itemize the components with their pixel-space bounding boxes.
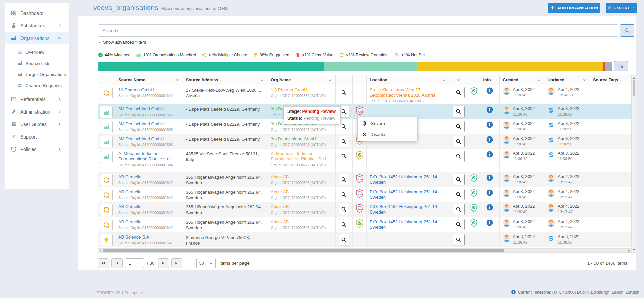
column-header-tags[interactable]: Source Tags [590,75,631,85]
table-row[interactable]: AB CernelleSource Org Id: A1600000000C84… [98,202,631,217]
location-link[interactable]: P.O. Box 1452 Helsingborg 251 14 Sweden [370,189,446,200]
location-link[interactable]: P.O. Box 1452 Helsingborg 251 14 Sweden [370,204,446,215]
location-mapping-shield-icon[interactable] [470,219,478,227]
horizontal-scroll-thumb[interactable] [103,249,504,252]
menu-item-govern[interactable]: Govern [358,118,417,129]
org-search-button[interactable] [339,204,349,215]
scroll-down-arrow[interactable] [632,248,636,252]
info-icon[interactable] [486,87,493,94]
sidebar-item-user-guides[interactable]: User Guides [5,118,69,130]
column-header-search1[interactable] [336,75,353,85]
table-row[interactable]: AB CernelleSource Org Id: A1600000000C84… [98,172,631,187]
source-name-link[interactable]: 1A Pharma GmbH. [118,87,155,93]
column-header-location[interactable]: Location [367,75,449,85]
org-name-link[interactable]: 1 A Pharma GmbH [271,87,307,93]
column-header-shield2[interactable] [468,75,480,85]
first-page-button[interactable] [98,258,109,268]
org-mapping-shield-icon[interactable] [355,204,364,213]
column-header-search2[interactable] [449,75,468,85]
sort-chevron-icon[interactable] [328,78,332,82]
factory-status-button[interactable] [100,121,113,133]
location-search-button[interactable] [453,136,465,147]
org-mapping-shield-icon[interactable] [355,174,364,183]
sidebar-item-change-requests[interactable]: Change Requests [5,80,69,91]
items-per-page-select[interactable]: 50 [196,258,216,268]
sort-chevron-icon[interactable] [582,78,587,82]
next-page-button[interactable] [158,258,169,268]
sidebar-item-referentials[interactable]: Referentials [5,93,69,105]
info-icon[interactable] [486,151,493,158]
column-header-status[interactable] [98,75,115,85]
source-name-link[interactable]: AB Cernelle [118,189,141,195]
info-icon[interactable] [486,219,493,226]
location-link[interactable]: P.O. Box 1452 Helsingborg 251 14 Sweden [370,219,446,230]
bulb-status-button[interactable] [100,234,113,246]
menu-item-disable[interactable]: Disable [358,129,417,140]
info-icon[interactable] [486,106,493,114]
org-name-link[interactable]: Abcur AB [271,204,289,209]
column-header-created[interactable]: Created [500,75,545,85]
source-name-link[interactable]: 3M Deutschland GmbH [118,121,164,127]
sort-chevron-icon[interactable] [537,78,541,82]
sidebar-item-dashboard[interactable]: Dashboard [5,7,69,19]
column-header-updated[interactable]: Updated [544,75,590,85]
sidebar-item-administration[interactable]: Administration [5,105,69,118]
info-icon[interactable] [486,121,493,128]
scroll-right-arrow[interactable] [627,249,631,252]
location-link[interactable]: Stella-Klein-Loew-Weg 17 Leopoldstadt Vi… [370,87,446,98]
factory-status-button[interactable] [100,151,113,163]
org-search-button[interactable] [339,219,349,230]
location-search-button[interactable] [453,189,465,200]
location-mapping-shield-icon[interactable] [470,204,478,212]
info-icon[interactable] [486,204,493,211]
source-name-link[interactable]: AB Science S.A. [118,234,150,240]
org-search-button[interactable] [339,136,349,147]
refresh-status-button[interactable] [100,87,113,99]
sidebar-item-target-organisations[interactable]: Target Organisations [5,69,69,79]
chart-toggle-button[interactable] [614,61,628,71]
table-row[interactable]: AB Science S.A.Source Org Id: A160000000… [98,232,631,247]
org-mapping-shield-icon[interactable] [355,189,364,198]
column-header-address[interactable]: Source Address [183,75,268,85]
location-search-button[interactable] [453,219,465,230]
table-row[interactable]: A. Menarini Industrie Farmaceutiche Riun… [98,149,631,172]
factory-status-button[interactable] [100,136,113,148]
location-mapping-shield-icon[interactable] [470,87,478,95]
sort-chevron-icon[interactable] [456,78,461,82]
location-search-button[interactable] [453,174,465,185]
org-name-link[interactable]: Abcur AB [271,189,289,195]
column-header-info[interactable]: Info [480,75,500,85]
source-name-link[interactable]: AB Cernelle [118,219,141,225]
vertical-scroll-thumb[interactable] [633,80,635,96]
scroll-up-arrow[interactable] [632,76,636,80]
location-search-button[interactable] [453,87,465,98]
vertical-scrollbar[interactable] [632,75,636,253]
sidebar-item-overview[interactable]: Overview [5,47,69,57]
org-name-link[interactable]: A. Menarini - Industrie Farmaceutiche Ri… [271,151,332,162]
org-name-link[interactable]: Abcur AB [271,219,289,225]
info-icon[interactable] [486,136,493,143]
factory-status-button[interactable] [100,106,113,118]
org-mapping-shield-icon[interactable] [355,106,364,116]
org-search-button[interactable] [339,151,349,162]
export-button[interactable]: EXPORT [606,3,637,13]
location-mapping-shield-icon[interactable] [470,174,478,182]
info-icon[interactable] [486,174,493,181]
sidebar-item-source-lists[interactable]: Source Lists [5,58,69,68]
location-link[interactable]: P.O. Box 1452 Helsingborg 251 14 Sweden [370,174,446,185]
org-mapping-shield-icon[interactable] [355,151,364,160]
table-row[interactable]: 1A Pharma GmbH.Source Org Id: A160000000… [98,85,631,104]
advanced-filters-toggle[interactable]: Show advanced filters [98,40,146,45]
refresh-status-button[interactable] [100,204,113,216]
refresh-status-button[interactable] [100,219,113,231]
org-search-button[interactable] [339,174,349,185]
source-name-link[interactable]: 3M Deutschland GmbH [118,106,164,112]
sidebar-item-support[interactable]: ?Support [5,130,69,143]
sort-chevron-icon[interactable] [442,78,446,82]
source-name-link[interactable]: 3M Deutschland GmbH [118,136,164,142]
horizontal-scrollbar[interactable] [98,248,632,253]
location-search-button[interactable] [453,234,465,245]
sidebar-item-policies[interactable]: Policies [5,143,69,155]
scroll-left-arrow[interactable] [98,249,103,252]
location-mapping-shield-icon[interactable] [470,189,478,197]
